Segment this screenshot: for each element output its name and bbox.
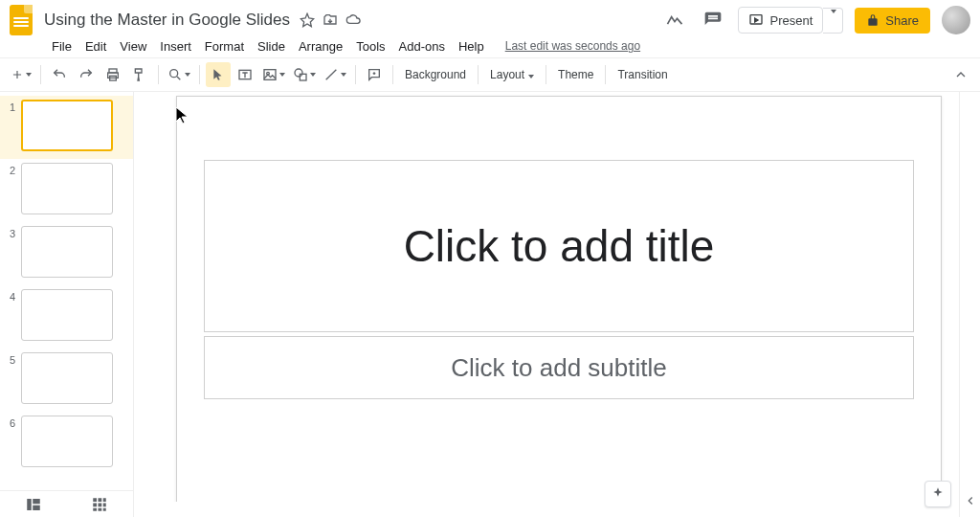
textbox-tool[interactable] xyxy=(233,62,257,87)
slide-thumbnail-2[interactable] xyxy=(21,163,113,214)
theme-button[interactable]: Theme xyxy=(552,64,599,85)
svg-rect-12 xyxy=(33,505,40,509)
thumb-number: 2 xyxy=(10,165,21,176)
svg-rect-17 xyxy=(99,503,102,506)
thumb-number: 6 xyxy=(10,417,21,429)
menu-addons[interactable]: Add-ons xyxy=(393,36,451,56)
new-slide-button[interactable] xyxy=(8,62,34,87)
svg-rect-6 xyxy=(264,70,276,80)
share-label: Share xyxy=(885,13,919,28)
slide-thumbnail-1[interactable] xyxy=(21,100,113,151)
thumb-number: 4 xyxy=(10,291,21,303)
slide-thumbnail-6[interactable] xyxy=(21,416,113,467)
menu-format[interactable]: Format xyxy=(199,36,250,56)
undo-button[interactable] xyxy=(47,62,72,87)
background-button[interactable]: Background xyxy=(399,64,472,85)
slide-thumbnail-3[interactable] xyxy=(21,226,113,278)
zoom-button[interactable] xyxy=(165,62,193,87)
redo-button[interactable] xyxy=(74,62,99,87)
subtitle-placeholder[interactable]: Click to add subtitle xyxy=(204,336,914,399)
menu-file[interactable]: File xyxy=(46,36,78,56)
show-side-panel-icon[interactable] xyxy=(964,494,977,507)
star-icon[interactable] xyxy=(300,12,315,28)
present-button[interactable]: Present xyxy=(738,7,823,34)
present-dropdown[interactable] xyxy=(823,8,843,34)
account-avatar[interactable] xyxy=(942,6,970,34)
menu-help[interactable]: Help xyxy=(453,36,490,56)
thumb-number: 3 xyxy=(10,228,21,239)
svg-rect-9 xyxy=(300,74,306,80)
toolbar: Background Layout Theme Transition xyxy=(0,57,980,92)
explore-button[interactable] xyxy=(924,481,951,507)
svg-rect-14 xyxy=(99,498,102,502)
line-tool[interactable] xyxy=(321,62,349,87)
menu-bar: File Edit View Insert Format Slide Arran… xyxy=(0,34,980,57)
svg-rect-11 xyxy=(33,499,40,504)
slide-canvas[interactable]: Click to add title Click to add subtitle xyxy=(176,96,942,502)
menu-insert[interactable]: Insert xyxy=(154,36,197,56)
menu-edit[interactable]: Edit xyxy=(79,36,112,56)
document-title[interactable]: Using the Master in Google Slides xyxy=(42,10,292,31)
svg-rect-13 xyxy=(94,498,98,502)
svg-rect-19 xyxy=(94,507,98,510)
present-label: Present xyxy=(769,13,813,28)
shape-tool[interactable] xyxy=(290,62,319,87)
svg-rect-20 xyxy=(99,507,102,510)
svg-point-4 xyxy=(170,70,178,78)
print-button[interactable] xyxy=(100,62,125,87)
menu-view[interactable]: View xyxy=(114,36,152,56)
side-panel-rail xyxy=(959,92,980,517)
cloud-status-icon[interactable] xyxy=(345,12,361,28)
select-tool[interactable] xyxy=(206,62,231,87)
paint-format-button[interactable] xyxy=(127,62,152,87)
collapse-toolbar-icon[interactable] xyxy=(953,67,969,82)
menu-arrange[interactable]: Arrange xyxy=(293,36,348,56)
menu-slide[interactable]: Slide xyxy=(252,36,291,56)
slides-app-icon[interactable] xyxy=(10,5,33,35)
svg-rect-10 xyxy=(27,499,32,510)
title-placeholder[interactable]: Click to add title xyxy=(204,160,914,332)
comments-icon[interactable] xyxy=(700,7,726,34)
activity-icon[interactable] xyxy=(661,7,688,34)
layout-button[interactable]: Layout xyxy=(484,64,540,85)
transition-button[interactable]: Transition xyxy=(612,64,673,85)
menu-tools[interactable]: Tools xyxy=(350,36,390,56)
filmstrip: 1 2 3 4 5 6 xyxy=(0,92,134,517)
last-edit-link[interactable]: Last edit was seconds ago xyxy=(505,39,640,53)
share-button[interactable]: Share xyxy=(855,8,930,34)
thumb-number: 1 xyxy=(10,101,21,113)
slide-thumbnail-5[interactable] xyxy=(21,352,113,404)
svg-rect-15 xyxy=(103,498,106,502)
svg-point-8 xyxy=(295,69,302,77)
comment-tool[interactable] xyxy=(362,62,387,87)
svg-rect-16 xyxy=(94,503,98,506)
move-folder-icon[interactable] xyxy=(323,12,338,28)
svg-rect-18 xyxy=(103,503,106,506)
slide-thumbnail-4[interactable] xyxy=(21,289,113,341)
grid-view-icon[interactable] xyxy=(91,496,108,513)
thumb-number: 5 xyxy=(10,354,21,366)
svg-rect-21 xyxy=(103,507,106,510)
image-tool[interactable] xyxy=(259,62,288,87)
filmstrip-view-icon[interactable] xyxy=(25,496,42,513)
